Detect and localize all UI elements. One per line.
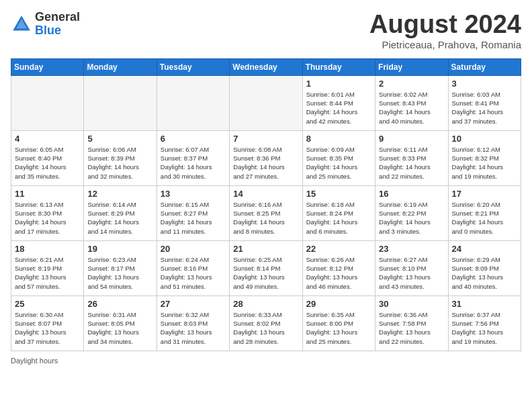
calendar-cell: 9Sunrise: 6:11 AM Sunset: 8:33 PM Daylig… xyxy=(375,130,448,185)
day-header: Saturday xyxy=(448,58,521,75)
day-number: 4 xyxy=(15,134,80,144)
calendar-cell: 4Sunrise: 6:05 AM Sunset: 8:40 PM Daylig… xyxy=(11,130,84,185)
page-header: General Blue August 2024 Pietriceaua, Pr… xyxy=(11,11,521,50)
day-info: Sunrise: 6:31 AM Sunset: 8:05 PM Dayligh… xyxy=(87,310,152,346)
logo-text: General Blue xyxy=(35,11,80,38)
calendar-cell: 24Sunrise: 6:29 AM Sunset: 8:09 PM Dayli… xyxy=(448,240,521,295)
day-info: Sunrise: 6:35 AM Sunset: 8:00 PM Dayligh… xyxy=(306,310,371,346)
day-number: 24 xyxy=(452,244,517,254)
day-info: Sunrise: 6:14 AM Sunset: 8:29 PM Dayligh… xyxy=(87,200,152,236)
calendar-cell: 18Sunrise: 6:21 AM Sunset: 8:19 PM Dayli… xyxy=(11,240,84,295)
calendar-cell xyxy=(230,75,302,130)
calendar-cell: 13Sunrise: 6:15 AM Sunset: 8:27 PM Dayli… xyxy=(157,185,229,240)
day-info: Sunrise: 6:11 AM Sunset: 8:33 PM Dayligh… xyxy=(379,145,444,181)
day-number: 21 xyxy=(233,244,298,254)
day-info: Sunrise: 6:25 AM Sunset: 8:14 PM Dayligh… xyxy=(233,255,298,291)
calendar-cell xyxy=(84,75,157,130)
day-info: Sunrise: 6:12 AM Sunset: 8:32 PM Dayligh… xyxy=(452,145,517,181)
logo-icon xyxy=(11,13,32,35)
logo-general: General xyxy=(35,11,80,24)
calendar-cell: 17Sunrise: 6:20 AM Sunset: 8:21 PM Dayli… xyxy=(448,185,521,240)
day-info: Sunrise: 6:23 AM Sunset: 8:17 PM Dayligh… xyxy=(87,255,152,291)
day-info: Sunrise: 6:01 AM Sunset: 8:44 PM Dayligh… xyxy=(306,90,371,126)
day-number: 8 xyxy=(306,134,371,144)
calendar-cell: 31Sunrise: 6:37 AM Sunset: 7:56 PM Dayli… xyxy=(448,295,521,351)
day-number: 28 xyxy=(233,299,298,309)
calendar-cell: 25Sunrise: 6:30 AM Sunset: 8:07 PM Dayli… xyxy=(11,295,84,351)
footer: Daylight hours xyxy=(11,357,521,365)
day-header: Tuesday xyxy=(157,58,229,75)
calendar-cell: 2Sunrise: 6:02 AM Sunset: 8:43 PM Daylig… xyxy=(375,75,448,130)
calendar-cell: 16Sunrise: 6:19 AM Sunset: 8:22 PM Dayli… xyxy=(375,185,448,240)
day-info: Sunrise: 6:26 AM Sunset: 8:12 PM Dayligh… xyxy=(306,255,371,291)
day-number: 17 xyxy=(452,189,517,199)
day-number: 20 xyxy=(161,244,226,254)
calendar-cell: 7Sunrise: 6:08 AM Sunset: 8:36 PM Daylig… xyxy=(230,130,302,185)
day-number: 22 xyxy=(306,244,371,254)
day-number: 5 xyxy=(87,134,152,144)
calendar-cell: 28Sunrise: 6:33 AM Sunset: 8:02 PM Dayli… xyxy=(230,295,302,351)
calendar-cell: 11Sunrise: 6:13 AM Sunset: 8:30 PM Dayli… xyxy=(11,185,84,240)
day-info: Sunrise: 6:30 AM Sunset: 8:07 PM Dayligh… xyxy=(15,310,80,346)
calendar-cell: 19Sunrise: 6:23 AM Sunset: 8:17 PM Dayli… xyxy=(84,240,157,295)
day-number: 19 xyxy=(87,244,152,254)
day-info: Sunrise: 6:08 AM Sunset: 8:36 PM Dayligh… xyxy=(233,145,298,181)
day-number: 26 xyxy=(87,299,152,309)
calendar-cell: 30Sunrise: 6:36 AM Sunset: 7:58 PM Dayli… xyxy=(375,295,448,351)
calendar-cell: 29Sunrise: 6:35 AM Sunset: 8:00 PM Dayli… xyxy=(302,295,375,351)
day-info: Sunrise: 6:02 AM Sunset: 8:43 PM Dayligh… xyxy=(379,90,444,126)
day-info: Sunrise: 6:06 AM Sunset: 8:39 PM Dayligh… xyxy=(87,145,152,181)
day-number: 13 xyxy=(161,189,226,199)
day-info: Sunrise: 6:19 AM Sunset: 8:22 PM Dayligh… xyxy=(379,200,444,236)
calendar-cell: 10Sunrise: 6:12 AM Sunset: 8:32 PM Dayli… xyxy=(448,130,521,185)
day-number: 29 xyxy=(306,299,371,309)
calendar-cell: 14Sunrise: 6:16 AM Sunset: 8:25 PM Dayli… xyxy=(230,185,302,240)
calendar-cell: 3Sunrise: 6:03 AM Sunset: 8:41 PM Daylig… xyxy=(448,75,521,130)
day-info: Sunrise: 6:24 AM Sunset: 8:16 PM Dayligh… xyxy=(161,255,226,291)
day-number: 12 xyxy=(87,189,152,199)
day-number: 15 xyxy=(306,189,371,199)
day-number: 25 xyxy=(15,299,80,309)
logo-blue: Blue xyxy=(35,24,80,38)
day-header: Thursday xyxy=(302,58,375,75)
day-number: 1 xyxy=(306,79,371,89)
calendar-cell: 27Sunrise: 6:32 AM Sunset: 8:03 PM Dayli… xyxy=(157,295,229,351)
calendar-header-row: SundayMondayTuesdayWednesdayThursdayFrid… xyxy=(11,58,521,75)
day-header: Monday xyxy=(84,58,157,75)
calendar-cell: 1Sunrise: 6:01 AM Sunset: 8:44 PM Daylig… xyxy=(302,75,375,130)
location: Pietriceaua, Prahova, Romania xyxy=(369,39,521,50)
day-number: 31 xyxy=(452,299,517,309)
day-number: 7 xyxy=(233,134,298,144)
day-info: Sunrise: 6:36 AM Sunset: 7:58 PM Dayligh… xyxy=(379,310,444,346)
day-number: 14 xyxy=(233,189,298,199)
title-block: August 2024 Pietriceaua, Prahova, Romani… xyxy=(369,11,521,50)
month-title: August 2024 xyxy=(369,11,521,39)
day-number: 16 xyxy=(379,189,444,199)
day-number: 11 xyxy=(15,189,80,199)
calendar-week-row: 11Sunrise: 6:13 AM Sunset: 8:30 PM Dayli… xyxy=(11,185,521,240)
day-info: Sunrise: 6:37 AM Sunset: 7:56 PM Dayligh… xyxy=(452,310,517,346)
day-info: Sunrise: 6:27 AM Sunset: 8:10 PM Dayligh… xyxy=(379,255,444,291)
calendar-cell: 23Sunrise: 6:27 AM Sunset: 8:10 PM Dayli… xyxy=(375,240,448,295)
calendar-cell: 22Sunrise: 6:26 AM Sunset: 8:12 PM Dayli… xyxy=(302,240,375,295)
day-header: Sunday xyxy=(11,58,84,75)
day-number: 10 xyxy=(452,134,517,144)
calendar-cell: 6Sunrise: 6:07 AM Sunset: 8:37 PM Daylig… xyxy=(157,130,229,185)
day-info: Sunrise: 6:03 AM Sunset: 8:41 PM Dayligh… xyxy=(452,90,517,126)
calendar-table: SundayMondayTuesdayWednesdayThursdayFrid… xyxy=(11,58,521,351)
day-number: 9 xyxy=(379,134,444,144)
calendar-week-row: 18Sunrise: 6:21 AM Sunset: 8:19 PM Dayli… xyxy=(11,240,521,295)
day-header: Friday xyxy=(375,58,448,75)
calendar-cell: 21Sunrise: 6:25 AM Sunset: 8:14 PM Dayli… xyxy=(230,240,302,295)
calendar-cell: 8Sunrise: 6:09 AM Sunset: 8:35 PM Daylig… xyxy=(302,130,375,185)
day-info: Sunrise: 6:20 AM Sunset: 8:21 PM Dayligh… xyxy=(452,200,517,236)
day-header: Wednesday xyxy=(230,58,302,75)
day-number: 23 xyxy=(379,244,444,254)
calendar-cell: 12Sunrise: 6:14 AM Sunset: 8:29 PM Dayli… xyxy=(84,185,157,240)
day-info: Sunrise: 6:32 AM Sunset: 8:03 PM Dayligh… xyxy=(161,310,226,346)
day-info: Sunrise: 6:09 AM Sunset: 8:35 PM Dayligh… xyxy=(306,145,371,181)
day-info: Sunrise: 6:13 AM Sunset: 8:30 PM Dayligh… xyxy=(15,200,80,236)
day-info: Sunrise: 6:07 AM Sunset: 8:37 PM Dayligh… xyxy=(161,145,226,181)
calendar-week-row: 1Sunrise: 6:01 AM Sunset: 8:44 PM Daylig… xyxy=(11,75,521,130)
calendar-week-row: 25Sunrise: 6:30 AM Sunset: 8:07 PM Dayli… xyxy=(11,295,521,351)
